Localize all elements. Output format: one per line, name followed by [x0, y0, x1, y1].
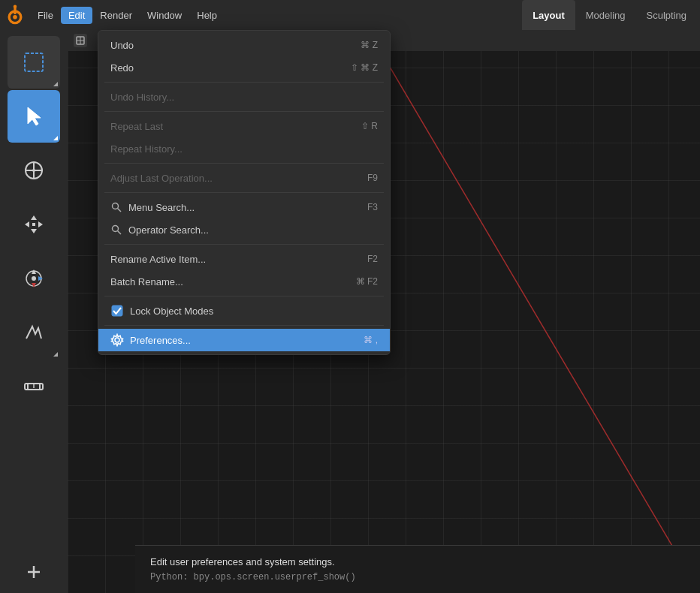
top-bar: File Edit Render Window Help Layout Mode… [0, 0, 700, 30]
sep-5 [104, 244, 384, 245]
tool-select[interactable] [8, 90, 60, 143]
svg-line-31 [118, 209, 122, 212]
menu-window[interactable]: Window [140, 7, 189, 24]
svg-marker-13 [38, 221, 43, 227]
sep-3 [104, 163, 384, 164]
tool-select-box[interactable] [8, 36, 60, 89]
sep-6 [104, 296, 384, 296]
menu-item-menu-search[interactable]: Menu Search... F3 [98, 196, 390, 218]
svg-point-30 [113, 203, 119, 209]
sep-1 [104, 82, 384, 83]
svg-marker-16 [32, 269, 36, 274]
tool-transform[interactable] [8, 252, 60, 305]
menu-item-undo-history[interactable]: Undo History... [98, 86, 390, 108]
svg-rect-14 [32, 223, 35, 226]
svg-point-35 [115, 338, 119, 342]
edit-menu-dropdown: Undo ⌘ Z Redo ⇧ ⌘ Z Undo History... Repe… [98, 30, 391, 355]
viewport-mode-icon[interactable] [74, 34, 87, 47]
menu-item-repeat-history[interactable]: Repeat History... [98, 137, 390, 160]
tab-sculpting[interactable]: Sculpting [636, 0, 697, 30]
search-icon-1 [110, 201, 122, 213]
menu-item-lock-object-modes[interactable]: Lock Object Modes [98, 300, 390, 322]
menu-help[interactable]: Help [189, 7, 225, 24]
svg-point-9 [32, 169, 35, 172]
tool-move[interactable] [8, 198, 60, 251]
tool-add[interactable] [8, 557, 60, 587]
workspace-tabs: Layout Modeling Sculpting [522, 0, 697, 30]
search-icon-2 [110, 224, 122, 236]
menu-item-repeat-last[interactable]: Repeat Last ⇧ R [98, 115, 390, 137]
menu-item-undo[interactable]: Undo ⌘ Z [98, 34, 390, 56]
sep-7 [104, 325, 384, 326]
svg-point-19 [32, 276, 36, 281]
menu-item-operator-search[interactable]: Operator Search... [98, 218, 390, 241]
gear-icon [110, 333, 124, 347]
tab-layout[interactable]: Layout [522, 0, 575, 30]
svg-point-32 [113, 226, 119, 232]
tooltip-python: Python: bpy.ops.screen.userpref_show() [150, 572, 700, 582]
tooltip-panel: Edit user preferences and system setting… [135, 545, 700, 593]
sep-2 [104, 111, 384, 112]
svg-point-3 [14, 5, 17, 8]
svg-marker-17 [38, 276, 43, 281]
menu-item-redo[interactable]: Redo ⇧ ⌘ Z [98, 56, 390, 79]
blender-logo[interactable] [3, 3, 27, 27]
svg-point-1 [13, 15, 17, 20]
menu-item-rename-active[interactable]: Rename Active Item... F2 [98, 248, 390, 270]
sep-4 [104, 192, 384, 193]
menu-item-preferences[interactable]: Preferences... ⌘ , [98, 329, 390, 351]
tool-annotate[interactable] [8, 306, 60, 359]
svg-line-26 [368, 30, 700, 593]
tool-measure[interactable] [8, 360, 60, 413]
tab-modeling[interactable]: Modeling [575, 0, 636, 30]
svg-marker-10 [31, 215, 37, 220]
svg-marker-11 [31, 229, 37, 233]
tooltip-title: Edit user preferences and system setting… [150, 556, 700, 567]
menu-render[interactable]: Render [92, 7, 140, 24]
menu-item-adjust-last[interactable]: Adjust Last Operation... F9 [98, 167, 390, 189]
tool-cursor[interactable] [8, 144, 60, 197]
svg-rect-4 [25, 53, 43, 71]
menu-file[interactable]: File [30, 7, 61, 24]
svg-line-33 [118, 231, 122, 235]
left-toolbar [0, 30, 68, 593]
checkbox-lock-object-modes [110, 304, 124, 318]
svg-marker-12 [25, 221, 29, 227]
svg-marker-5 [28, 107, 41, 125]
menu-item-batch-rename[interactable]: Batch Rename... ⌘ F2 [98, 270, 390, 293]
menu-edit[interactable]: Edit [61, 7, 92, 24]
svg-marker-18 [32, 283, 36, 287]
